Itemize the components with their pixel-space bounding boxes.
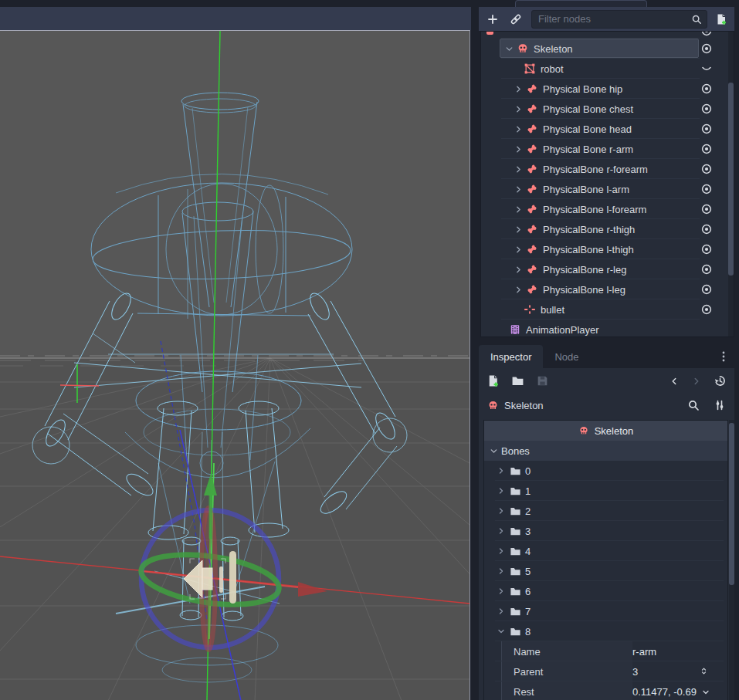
bone-item-1[interactable]: 1 <box>484 481 727 501</box>
3d-viewport[interactable] <box>0 30 470 700</box>
tree-row-physical-bone-hip[interactable]: Physical Bone hip <box>481 79 734 99</box>
bone-item-6[interactable]: 6 <box>484 581 727 601</box>
chevron-right-icon[interactable] <box>514 205 524 215</box>
dock-menu-button[interactable] <box>717 345 730 368</box>
bone-item-5[interactable]: 5 <box>484 561 727 581</box>
folder-icon <box>510 606 521 617</box>
scene-tree-panel[interactable]: Skeleton robot Physical Bone hip Physica… <box>480 31 734 337</box>
selection-highlight <box>500 39 699 58</box>
bone-item-2[interactable]: 2 <box>484 501 727 521</box>
chevron-right-icon[interactable] <box>514 184 524 194</box>
tree-row-robot[interactable]: robot <box>481 59 734 79</box>
search-properties-icon[interactable] <box>687 399 700 411</box>
resource-header-label: Skeleton <box>595 425 634 437</box>
rest-expand-icon[interactable] <box>701 688 710 697</box>
eye-closed-icon[interactable] <box>700 63 713 75</box>
tree-row-physicalbone-r-thigh[interactable]: PhysicalBone r-thigh <box>481 219 734 239</box>
tree-row-physicalbone-l-thigh[interactable]: PhysicalBone l-thigh <box>481 239 734 259</box>
bone-item-8-expanded[interactable]: 8 <box>484 621 727 641</box>
tree-row-physical-bone-r-arm[interactable]: Physical Bone r-arm <box>481 139 734 159</box>
inspector-toolbar <box>479 368 734 394</box>
tab-node[interactable]: Node <box>543 345 590 368</box>
chevron-right-icon[interactable] <box>514 285 524 295</box>
save-resource-icon[interactable] <box>536 374 549 387</box>
tree-row-physicalbone-l-leg[interactable]: PhysicalBone l-leg <box>481 279 734 299</box>
scrollbar-thumb[interactable] <box>728 83 734 276</box>
node-label: PhysicalBone r-forearm <box>543 164 648 175</box>
tree-row-physicalbone-l-forearm[interactable]: PhysicalBone l-forearm <box>481 199 734 219</box>
tree-row-skeleton[interactable]: Skeleton <box>481 39 734 59</box>
eye-icon[interactable] <box>700 103 713 115</box>
edit-history-icon[interactable] <box>714 374 727 387</box>
tree-row-physicalbone-l-arm[interactable]: PhysicalBone l-arm <box>481 179 734 199</box>
category-bones[interactable]: Bones <box>484 441 727 461</box>
tree-row-bullet[interactable]: bullet <box>481 299 734 320</box>
chevron-right-icon <box>497 566 506 576</box>
eye-icon[interactable] <box>700 42 713 55</box>
chevron-right-icon[interactable] <box>514 124 524 134</box>
chevron-right-icon[interactable] <box>514 84 524 94</box>
history-forward-icon[interactable] <box>691 376 702 387</box>
eye-icon[interactable] <box>700 243 713 255</box>
bone-index: 8 <box>525 626 531 637</box>
eye-icon[interactable] <box>700 143 713 155</box>
filter-nodes-input[interactable] <box>537 12 691 25</box>
scrollbar-thumb[interactable] <box>729 423 734 585</box>
eye-icon[interactable] <box>700 303 713 316</box>
new-resource-icon[interactable] <box>486 374 500 387</box>
property-row-parent: Parent 3 <box>484 661 727 681</box>
bone-index: 6 <box>525 586 531 597</box>
bone-index: 5 <box>525 566 531 577</box>
eye-icon[interactable] <box>700 263 713 276</box>
object-tools-icon[interactable] <box>714 399 726 411</box>
eye-icon[interactable] <box>700 203 713 215</box>
history-back-icon[interactable] <box>669 376 680 387</box>
chevron-right-icon[interactable] <box>514 164 524 174</box>
bone-item-7[interactable]: 7 <box>484 601 727 621</box>
filter-nodes-box[interactable] <box>531 10 707 29</box>
tab-inspector[interactable]: Inspector <box>479 345 543 368</box>
tree-row-animationplayer[interactable]: AnimationPlayer <box>481 320 734 337</box>
eye-icon[interactable] <box>700 163 713 175</box>
tree-row-physicalbone-r-forearm[interactable]: PhysicalBone r-forearm <box>481 159 734 179</box>
chevron-down-icon[interactable] <box>504 44 514 54</box>
eye-icon[interactable] <box>700 83 713 95</box>
scene-tree-scrollbar[interactable] <box>728 32 734 336</box>
viewport-scene <box>0 31 470 700</box>
name-value-field[interactable]: r-arm <box>632 646 656 658</box>
chevron-right-icon[interactable] <box>514 144 524 154</box>
node-label: PhysicalBone r-leg <box>543 264 626 276</box>
bone-item-3[interactable]: 3 <box>484 521 727 541</box>
attach-script-button[interactable] <box>712 10 731 29</box>
chevron-right-icon[interactable] <box>514 104 524 114</box>
resource-header[interactable]: Skeleton <box>484 421 727 441</box>
load-resource-folder-icon[interactable] <box>511 374 524 387</box>
node-label: PhysicalBone l-leg <box>543 284 625 296</box>
eye-icon[interactable] <box>700 123 713 135</box>
inspector-scrollbar[interactable] <box>729 420 734 700</box>
physical-bone-icon <box>526 223 538 235</box>
rest-value-field[interactable]: 0.11477, -0.69 <box>632 686 697 698</box>
bone-item-0[interactable]: 0 <box>484 461 727 481</box>
bone-item-4[interactable]: 4 <box>484 541 727 561</box>
tree-row-physicalbone-r-leg[interactable]: PhysicalBone r-leg <box>481 259 734 279</box>
chevron-right-icon[interactable] <box>514 265 524 275</box>
eye-icon[interactable] <box>700 31 713 37</box>
bone-index: 4 <box>525 546 531 557</box>
tree-row-physical-bone-head[interactable]: Physical Bone head <box>481 119 734 139</box>
instance-scene-button[interactable] <box>507 10 525 29</box>
eye-icon[interactable] <box>700 223 713 235</box>
chevron-right-icon[interactable] <box>514 225 524 235</box>
physical-bone-icon <box>526 283 538 296</box>
chevron-right-icon <box>497 607 506 616</box>
eye-icon[interactable] <box>700 283 713 296</box>
folder-icon <box>510 526 521 537</box>
eye-icon[interactable] <box>700 183 713 195</box>
chevron-right-icon[interactable] <box>514 245 524 255</box>
updown-spinner-icon[interactable] <box>699 666 709 676</box>
add-node-button[interactable] <box>483 10 502 29</box>
parent-value-field[interactable]: 3 <box>632 666 638 678</box>
physical-bone-icon <box>526 123 538 135</box>
tree-row-physical-bone-chest[interactable]: Physical Bone chest <box>481 99 734 119</box>
inspector-content: Skeleton Bones 0 1 2 3 <box>483 420 728 700</box>
